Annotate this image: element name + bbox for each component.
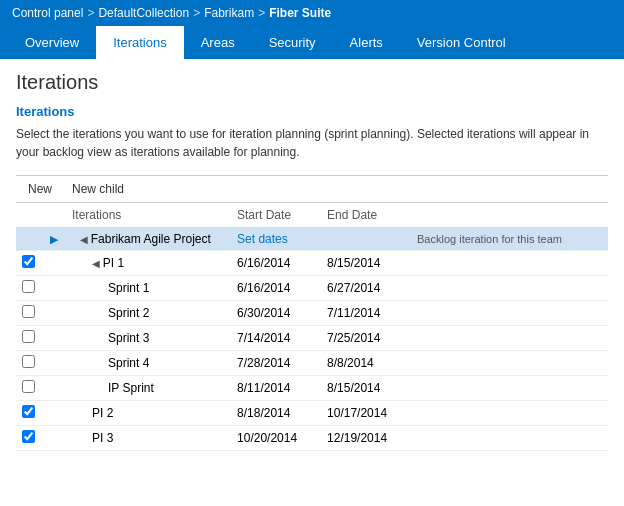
backlog-cell	[411, 326, 608, 351]
iteration-name-cell: Sprint 4	[66, 351, 231, 376]
start-date-cell: 7/14/2014	[231, 326, 321, 351]
tab-areas[interactable]: Areas	[184, 26, 252, 59]
col-arrow	[44, 203, 66, 228]
iteration-checkbox[interactable]	[22, 280, 35, 293]
breadcrumb-fiber-suite: Fiber Suite	[269, 6, 331, 20]
end-date: 10/17/2014	[327, 406, 387, 420]
sep2: >	[193, 6, 200, 20]
start-date: 6/16/2014	[237, 256, 290, 270]
col-end-date: End Date	[321, 203, 411, 228]
col-checkbox	[16, 203, 44, 228]
start-date-cell: 8/18/2014	[231, 401, 321, 426]
end-date-cell: 10/17/2014	[321, 401, 411, 426]
sep3: >	[258, 6, 265, 20]
iteration-name-cell: PI 3	[66, 426, 231, 451]
iteration-checkbox[interactable]	[22, 380, 35, 393]
checkbox-cell	[16, 276, 44, 301]
end-date: 6/27/2014	[327, 281, 380, 295]
end-date: 7/11/2014	[327, 306, 380, 320]
tab-iterations[interactable]: Iterations	[96, 26, 183, 59]
top-bar: Control panel > DefaultCollection > Fabr…	[0, 0, 624, 26]
col-iterations: Iterations	[66, 203, 231, 228]
table-row: PI 310/20/201412/19/2014	[16, 426, 608, 451]
start-date-cell: 8/11/2014	[231, 376, 321, 401]
start-date-cell: 6/30/2014	[231, 301, 321, 326]
checkbox-cell	[16, 401, 44, 426]
page-title: Iterations	[16, 71, 608, 94]
end-date-cell: 8/15/2014	[321, 251, 411, 276]
table-row: PI 28/18/201410/17/2014	[16, 401, 608, 426]
breadcrumb-fabrikam[interactable]: Fabrikam	[204, 6, 254, 20]
tab-version-control[interactable]: Version Control	[400, 26, 523, 59]
tab-alerts[interactable]: Alerts	[333, 26, 400, 59]
iteration-name: ◀ Fabrikam Agile Project	[72, 232, 211, 246]
new-child-button[interactable]: New child	[68, 180, 128, 198]
table-row: Sprint 47/28/20148/8/2014	[16, 351, 608, 376]
breadcrumb-default-collection[interactable]: DefaultCollection	[98, 6, 189, 20]
toolbar: New New child	[16, 175, 608, 203]
start-date: 7/28/2014	[237, 356, 290, 370]
expand-arrow-cell	[44, 401, 66, 426]
iteration-name: Sprint 2	[72, 306, 149, 320]
checkbox-cell	[16, 426, 44, 451]
expand-arrow-cell	[44, 251, 66, 276]
expand-arrow-cell: ▶	[44, 228, 66, 251]
sep1: >	[87, 6, 94, 20]
checkbox-cell	[16, 376, 44, 401]
table-row: Sprint 16/16/20146/27/2014	[16, 276, 608, 301]
backlog-cell	[411, 401, 608, 426]
backlog-cell	[411, 301, 608, 326]
start-date: 7/14/2014	[237, 331, 290, 345]
iteration-checkbox[interactable]	[22, 355, 35, 368]
backlog-cell	[411, 251, 608, 276]
backlog-cell	[411, 376, 608, 401]
iteration-checkbox[interactable]	[22, 405, 35, 418]
end-date-cell: 7/11/2014	[321, 301, 411, 326]
start-date-cell: 7/28/2014	[231, 351, 321, 376]
col-start-date: Start Date	[231, 203, 321, 228]
iterations-table: Iterations Start Date End Date ▶◀ Fabrik…	[16, 203, 608, 451]
start-date-cell: 6/16/2014	[231, 251, 321, 276]
checkbox-cell	[16, 251, 44, 276]
end-date-cell: 6/27/2014	[321, 276, 411, 301]
backlog-cell: Backlog iteration for this team	[411, 228, 608, 251]
expand-icon[interactable]: ◀	[92, 258, 103, 269]
tab-overview[interactable]: Overview	[8, 26, 96, 59]
iteration-name-cell: PI 2	[66, 401, 231, 426]
expand-arrow-cell	[44, 276, 66, 301]
iteration-name: Sprint 1	[72, 281, 149, 295]
table-row: Sprint 26/30/20147/11/2014	[16, 301, 608, 326]
iteration-checkbox[interactable]	[22, 430, 35, 443]
iteration-name-cell: Sprint 2	[66, 301, 231, 326]
expand-arrow-cell	[44, 326, 66, 351]
start-date-cell: Set dates	[231, 228, 321, 251]
iteration-name: PI 2	[72, 406, 113, 420]
iteration-name-cell: Sprint 1	[66, 276, 231, 301]
iteration-checkbox[interactable]	[22, 305, 35, 318]
expand-arrow-cell	[44, 376, 66, 401]
end-date: 8/15/2014	[327, 256, 380, 270]
backlog-cell	[411, 426, 608, 451]
iteration-checkbox[interactable]	[22, 330, 35, 343]
start-date: 6/30/2014	[237, 306, 290, 320]
description: Select the iterations you want to use fo…	[16, 125, 608, 161]
iteration-name-cell: Sprint 3	[66, 326, 231, 351]
end-date-cell	[321, 228, 411, 251]
iteration-name-cell: ◀ Fabrikam Agile Project	[66, 228, 231, 251]
start-date-cell: 10/20/2014	[231, 426, 321, 451]
set-dates-link[interactable]: Set dates	[237, 232, 288, 246]
breadcrumb-control-panel[interactable]: Control panel	[12, 6, 83, 20]
tab-security[interactable]: Security	[252, 26, 333, 59]
row-arrow-icon[interactable]: ▶	[50, 233, 58, 245]
table-row: IP Sprint8/11/20148/15/2014	[16, 376, 608, 401]
expand-icon[interactable]: ◀	[80, 234, 91, 245]
start-date: 8/11/2014	[237, 381, 290, 395]
end-date: 8/15/2014	[327, 381, 380, 395]
section-title: Iterations	[16, 104, 608, 119]
iteration-checkbox[interactable]	[22, 255, 35, 268]
new-button[interactable]: New	[24, 180, 56, 198]
backlog-cell	[411, 351, 608, 376]
backlog-cell	[411, 276, 608, 301]
start-date: 8/18/2014	[237, 406, 290, 420]
table-row: ▶◀ Fabrikam Agile ProjectSet datesBacklo…	[16, 228, 608, 251]
